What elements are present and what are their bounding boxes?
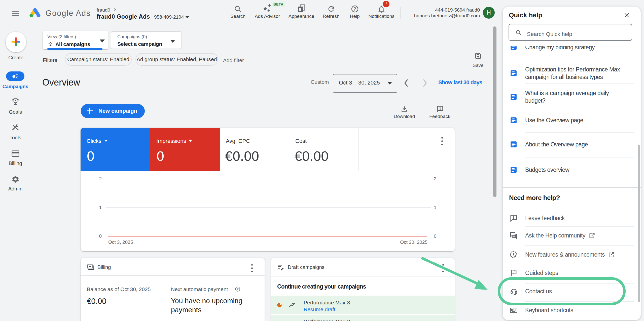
svg-text:?: ? (353, 7, 356, 12)
svg-text:?: ? (237, 287, 239, 291)
